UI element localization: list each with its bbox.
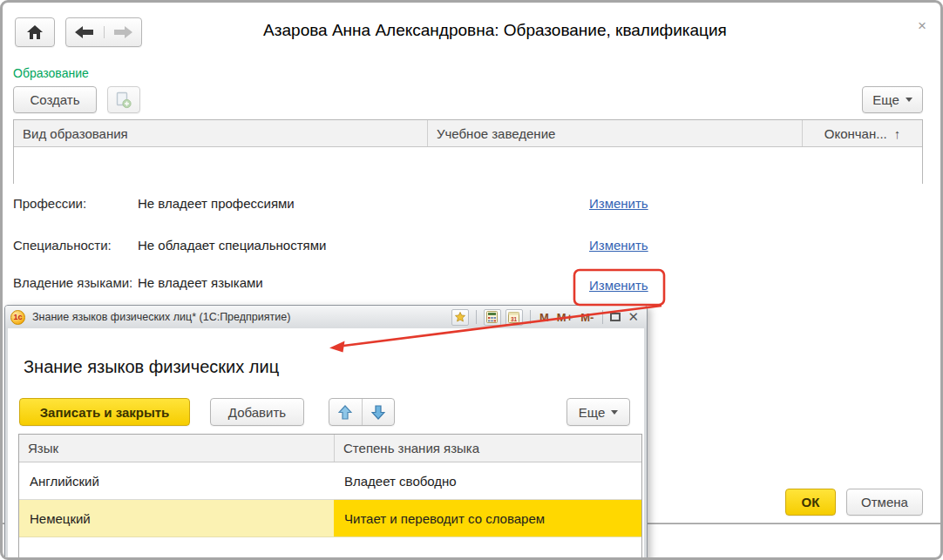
back-arrow-icon — [75, 26, 94, 38]
professions-value: Не владеет профессиями — [138, 196, 295, 211]
favorites-button[interactable] — [451, 309, 469, 326]
column-header-level[interactable]: Степень знания языка — [334, 435, 641, 462]
memory-plus-button[interactable]: М+ — [555, 311, 574, 324]
languages-edit-link[interactable]: Изменить — [589, 278, 648, 293]
chevron-down-icon — [906, 98, 912, 102]
languages-dialog: 1с Знание языков физических лиц* (1С:Пре… — [4, 305, 648, 560]
move-button-group — [329, 398, 395, 426]
memory-minus-button[interactable]: М- — [579, 311, 595, 324]
education-table[interactable]: Вид образования Учебное заведение Оконча… — [13, 119, 923, 184]
home-icon — [26, 24, 44, 40]
star-icon — [455, 312, 465, 322]
ok-button[interactable]: ОК — [785, 489, 836, 516]
languages-table-header: Язык Степень знания языка — [19, 435, 641, 462]
level-cell-selected[interactable]: Читает и переводит со словарем — [334, 500, 641, 536]
close-icon[interactable]: × — [912, 17, 932, 35]
home-button[interactable] — [15, 17, 55, 47]
move-up-button[interactable] — [329, 399, 363, 425]
forward-arrow-icon — [113, 26, 132, 38]
copy-document-icon — [116, 91, 132, 109]
column-header-institution[interactable]: Учебное заведение — [427, 120, 802, 146]
titlebar-separator — [476, 310, 477, 324]
languages-label: Владение языками: — [13, 275, 132, 290]
titlebar-separator — [602, 310, 603, 324]
svg-text:31: 31 — [511, 316, 518, 322]
languages-table[interactable]: Язык Степень знания языка Английский Вла… — [18, 434, 642, 560]
dialog-heading: Знание языков физических лиц — [24, 357, 279, 377]
create-button[interactable]: Создать — [13, 86, 97, 113]
table-row-english[interactable]: Английский Владеет свободно — [19, 462, 641, 500]
education-table-empty-body[interactable] — [14, 147, 922, 184]
add-button[interactable]: Добавить — [210, 398, 304, 426]
1c-logo-icon: 1с — [10, 310, 25, 325]
sort-ascending-icon: ↑ — [894, 126, 901, 141]
calendar-icon: 31 — [508, 311, 519, 323]
professions-label: Профессии: — [13, 196, 86, 211]
main-window: Азарова Анна Александровна: Образование,… — [0, 0, 943, 560]
level-cell[interactable]: Владеет свободно — [334, 462, 641, 499]
back-button[interactable] — [66, 26, 104, 38]
specialties-edit-link[interactable]: Изменить — [589, 238, 648, 253]
education-more-button[interactable]: Еще — [862, 86, 923, 113]
languages-table-empty-area[interactable] — [19, 537, 641, 560]
save-and-close-button[interactable]: Записать и закрыть — [19, 398, 190, 426]
page-title: Азарова Анна Александровна: Образование,… — [151, 21, 839, 40]
calendar-button[interactable]: 31 — [505, 309, 523, 326]
memory-button[interactable]: М — [538, 311, 551, 324]
calculator-icon — [486, 311, 498, 323]
specialties-label: Специальности: — [13, 238, 112, 253]
forward-button[interactable] — [104, 26, 142, 38]
professions-edit-link[interactable]: Изменить — [589, 196, 648, 211]
column-header-education-type[interactable]: Вид образования — [14, 120, 427, 146]
calculator-button[interactable] — [484, 309, 501, 326]
education-section-label: Образование — [13, 66, 89, 80]
dialog-more-button[interactable]: Еще — [566, 398, 630, 426]
language-cell[interactable]: Английский — [19, 462, 334, 499]
dialog-content: Знание языков физических лиц Записать и … — [8, 328, 644, 560]
language-cell[interactable]: Немецкий — [19, 500, 334, 536]
copy-button[interactable] — [107, 86, 140, 113]
titlebar-separator — [530, 310, 531, 324]
nav-button-group — [65, 17, 142, 47]
arrow-down-icon — [371, 405, 385, 420]
column-header-graduation[interactable]: Окончан... ↑ — [802, 120, 922, 146]
dialog-close-icon[interactable]: ✕ — [625, 309, 641, 325]
education-table-header: Вид образования Учебное заведение Оконча… — [14, 120, 922, 147]
table-row-german-selected[interactable]: Немецкий Читает и переводит со словарем — [19, 500, 641, 537]
chevron-down-icon — [611, 410, 618, 415]
cancel-button[interactable]: Отмена — [846, 489, 923, 516]
dialog-titlebar[interactable]: 1с Знание языков физических лиц* (1С:Пре… — [5, 306, 647, 328]
dialog-title: Знание языков физических лиц* (1С:Предпр… — [32, 311, 451, 323]
specialties-value: Не обладает специальностями — [138, 238, 326, 253]
languages-value: Не владеет языками — [138, 275, 263, 290]
move-down-button[interactable] — [363, 399, 395, 425]
arrow-up-icon — [338, 405, 352, 420]
maximize-icon[interactable] — [610, 313, 621, 321]
column-header-language[interactable]: Язык — [19, 435, 334, 462]
